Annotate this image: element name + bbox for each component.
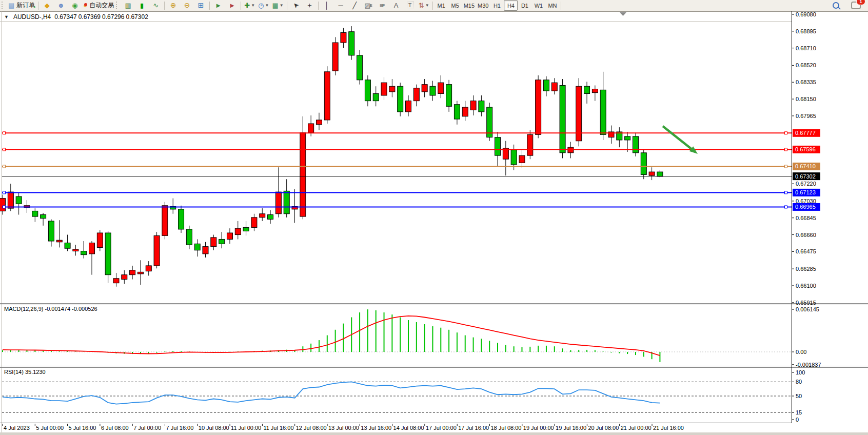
- open-value: 0.67347: [54, 13, 76, 21]
- candle-body: [179, 209, 184, 229]
- price-tick-label: 0.67220: [796, 181, 816, 187]
- template-icon: ▦: [272, 2, 278, 9]
- level-anchor[interactable]: [3, 191, 6, 194]
- cursor-button[interactable]: ➤: [289, 0, 303, 11]
- search-button[interactable]: [829, 0, 843, 11]
- vertical-line-icon: │: [325, 2, 329, 9]
- timeframe-button-M30[interactable]: M30: [476, 0, 490, 11]
- candlesticks: [0, 26, 663, 287]
- market-watch-button[interactable]: ◆: [40, 0, 54, 11]
- level-anchor[interactable]: [3, 165, 6, 168]
- price-axis[interactable]: 0.690800.688950.687100.685200.683350.681…: [792, 11, 820, 306]
- level-anchor[interactable]: [3, 206, 6, 208]
- horizontal-line-button[interactable]: ─: [334, 0, 348, 11]
- level-anchor[interactable]: [3, 132, 6, 134]
- time-tick-label: 5 Jul 16:00: [69, 425, 96, 431]
- timeframe-button-W1[interactable]: W1: [531, 0, 545, 11]
- level-anchor[interactable]: [785, 132, 787, 134]
- auto-trading-label: 自动交易: [89, 1, 114, 10]
- diamond-icon: ◆: [45, 2, 50, 9]
- low-value: 0.67296: [102, 13, 124, 21]
- time-tick-label: 6 Jul 08:00: [101, 425, 129, 431]
- crosshair-icon: ＋: [306, 2, 313, 9]
- line-chart-button[interactable]: ∿: [149, 0, 163, 11]
- bar-chart-button[interactable]: ▥: [121, 0, 135, 11]
- candle-body: [113, 279, 119, 283]
- tile-windows-icon: ⊞: [198, 2, 204, 9]
- time-axis[interactable]: 4 Jul 20235 Jul 00:005 Jul 16:006 Jul 08…: [3, 424, 684, 431]
- candle-body: [275, 192, 281, 214]
- time-tick-label: 7 Jul 00:00: [133, 425, 161, 431]
- toolbar: ▤＋ 新订单 ◆ ☻ ◉ ● 自动交易 ▥ ▮ ∿ ⊕ ⊖ ⊞ ► ► ✚▼ ◷…: [0, 0, 868, 11]
- arrows-button[interactable]: ⇅▼: [417, 0, 431, 11]
- trendline-icon: ╱: [352, 2, 357, 9]
- chart-shift-marker[interactable]: [620, 12, 626, 16]
- chart-shift-button[interactable]: ►: [225, 0, 239, 11]
- macd-signal-line: [3, 316, 660, 355]
- auto-trading-button[interactable]: ● 自动交易: [82, 0, 115, 11]
- timeframe-button-H1[interactable]: H1: [490, 0, 504, 11]
- timeframe-button-H4[interactable]: H4: [504, 0, 518, 11]
- trendline-button[interactable]: ╱: [348, 0, 362, 11]
- time-tick-label: 17 Jul 16:00: [458, 425, 489, 431]
- level-anchor[interactable]: [785, 206, 787, 208]
- timeframe-button-D1[interactable]: D1: [518, 0, 531, 11]
- equidistant-channel-button[interactable]: ▨E: [362, 0, 376, 11]
- toolbar-grip[interactable]: [116, 2, 120, 9]
- zoom-in-button[interactable]: ⊕: [166, 0, 180, 11]
- price-tick-label: 0.66475: [796, 248, 816, 254]
- signals-button[interactable]: ◉: [68, 0, 82, 11]
- notifications-button[interactable]: 1: [849, 0, 863, 11]
- price-tick-label: 0.67965: [796, 113, 816, 119]
- text-button[interactable]: A: [389, 0, 403, 11]
- rsi-label: RSI(14) 35.1230: [4, 369, 46, 375]
- time-tick-label: 19 Jul 16:00: [556, 425, 586, 431]
- text-label-button[interactable]: T: [403, 0, 417, 11]
- vertical-line-button[interactable]: │: [320, 0, 334, 11]
- zoom-out-button[interactable]: ⊖: [180, 0, 194, 11]
- level-anchor[interactable]: [785, 191, 787, 194]
- macd-axis-label: -0.001837: [796, 362, 821, 368]
- fibonacci-button[interactable]: ≡F: [376, 0, 389, 11]
- auto-scroll-button[interactable]: ►: [211, 0, 225, 11]
- periods-button[interactable]: ◷▼: [257, 0, 270, 11]
- price-tick-label: 0.66100: [796, 283, 816, 289]
- price-level-badge-text: 0.67596: [795, 146, 816, 152]
- pane-frame: [0, 11, 868, 435]
- candle-body: [89, 243, 95, 254]
- templates-button[interactable]: ▦▼: [270, 0, 285, 11]
- timeframe-button-M5[interactable]: M5: [448, 0, 462, 11]
- chart-title: ▼ AUDUSD-,H4 0.67347 0.67369 0.67296 0.6…: [4, 13, 148, 21]
- candle-body: [146, 266, 151, 271]
- new-order-button[interactable]: ▤＋ 新订单: [7, 0, 36, 11]
- tile-windows-button[interactable]: ⊞: [194, 0, 208, 11]
- timeframe-button-M15[interactable]: M15: [462, 0, 476, 11]
- price-tick-label: 0.68520: [796, 62, 816, 68]
- collapse-toggle-icon[interactable]: ▼: [4, 14, 9, 19]
- candle-body: [365, 80, 370, 101]
- candle-body: [97, 233, 103, 247]
- level-anchor[interactable]: [3, 148, 6, 151]
- candlestick-chart-button[interactable]: ▮: [135, 0, 149, 11]
- chart-canvas[interactable]: 0.690800.688950.687100.685200.683350.681…: [0, 11, 868, 435]
- candle-body: [0, 199, 6, 211]
- candle-body: [551, 83, 557, 91]
- crosshair-button[interactable]: ＋: [303, 0, 317, 11]
- candle-body: [105, 233, 111, 275]
- rsi-axis-label: 100: [796, 369, 805, 375]
- indicators-button[interactable]: ✚▼: [243, 0, 257, 11]
- candle-body: [130, 270, 135, 275]
- level-anchor[interactable]: [785, 148, 787, 151]
- candle-body: [260, 214, 265, 218]
- candle-body: [194, 244, 200, 250]
- level-anchor[interactable]: [785, 165, 787, 168]
- price-level-badge-text: 0.67410: [795, 163, 816, 169]
- trend-arrow-shaft[interactable]: [663, 126, 693, 150]
- horizontal-levels[interactable]: [2, 132, 792, 208]
- candle-body: [454, 105, 460, 119]
- toolbar-grip[interactable]: [2, 2, 5, 9]
- price-tick-label: 0.65915: [796, 300, 816, 306]
- timeframe-button-MN[interactable]: MN: [545, 0, 559, 11]
- timeframe-button-M1[interactable]: M1: [435, 0, 448, 11]
- accounts-button[interactable]: ☻: [54, 0, 68, 11]
